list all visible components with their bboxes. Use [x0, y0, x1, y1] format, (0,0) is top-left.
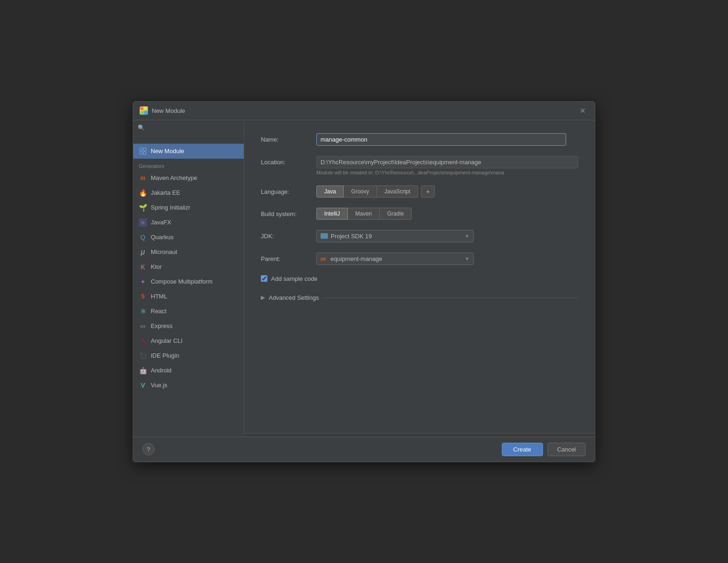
name-row: Name:	[261, 133, 578, 146]
sidebar-item-react-label: React	[151, 308, 167, 315]
sidebar-item-spring-initializr[interactable]: 🌱 Spring Initializr	[133, 200, 244, 215]
sidebar-item-javafx-label: JavaFX	[151, 219, 171, 226]
vue-icon: V	[139, 381, 147, 390]
name-input[interactable]	[316, 133, 566, 146]
sidebar-item-maven-archetype[interactable]: m Maven Archetype	[133, 171, 244, 186]
quarkus-icon: Q	[139, 233, 147, 241]
compose-icon: ✦	[139, 278, 147, 286]
maven-parent-icon: m	[321, 255, 326, 262]
app-logo-icon	[140, 106, 148, 115]
build-maven-btn[interactable]: Maven	[347, 208, 380, 220]
sidebar-item-react[interactable]: ⚛ React	[133, 304, 244, 319]
close-button[interactable]: ✕	[577, 105, 588, 116]
sidebar-item-new-module[interactable]: New Module	[133, 144, 244, 159]
add-sample-code-checkbox[interactable]	[261, 275, 267, 282]
micronaut-icon: μ	[139, 248, 147, 256]
sidebar-item-javafx[interactable]: fx JavaFX	[133, 215, 244, 230]
sidebar-item-express[interactable]: ex Express	[133, 319, 244, 334]
html-icon: 5	[139, 292, 147, 301]
sidebar-item-angular-cli[interactable]: A Angular CLI	[133, 334, 244, 348]
advanced-settings-section[interactable]: ▶ Advanced Settings	[261, 292, 578, 303]
sidebar-item-maven-archetype-label: Maven Archetype	[151, 174, 197, 181]
svg-rect-0	[141, 107, 143, 110]
advanced-settings-divider	[322, 297, 578, 298]
maven-icon: m	[139, 174, 147, 182]
build-intellij-btn[interactable]: IntelliJ	[316, 208, 348, 220]
parent-row: Parent: m equipment-manage ▼	[261, 253, 578, 265]
parent-dropdown[interactable]: m equipment-manage ▼	[316, 253, 474, 265]
title-bar-left: New Module	[140, 106, 185, 115]
horizontal-scrollbar[interactable]	[244, 433, 595, 437]
advanced-settings-label: Advanced Settings	[269, 294, 319, 301]
search-input[interactable]	[138, 131, 239, 140]
sidebar-item-jakarta-ee[interactable]: 🔥 Jakarta EE	[133, 186, 244, 200]
name-label: Name:	[261, 133, 316, 143]
cancel-button[interactable]: Cancel	[548, 443, 586, 456]
add-sample-code-label[interactable]: Add sample code	[271, 275, 317, 282]
ide-icon: ⬛	[139, 352, 147, 360]
build-gradle-btn[interactable]: Gradle	[379, 208, 412, 220]
sidebar-item-html-label: HTML	[151, 293, 167, 300]
name-control	[316, 133, 578, 146]
svg-rect-5	[143, 148, 146, 151]
build-system-row: Build system: IntelliJ Maven Gradle	[261, 208, 578, 220]
jdk-dropdown-arrow-icon: ▼	[465, 234, 469, 239]
sidebar-item-ktor[interactable]: K Ktor	[133, 260, 244, 274]
location-control: Module will be created in: D:\YhcResourc…	[316, 156, 578, 175]
build-system-control: IntelliJ Maven Gradle	[316, 208, 578, 220]
sidebar-item-ktor-label: Ktor	[151, 263, 162, 270]
sidebar-item-compose-multiplatform-label: Compose Multiplatform	[151, 278, 213, 285]
language-label: Language:	[261, 186, 316, 195]
svg-rect-1	[144, 107, 147, 110]
parent-dropdown-value: m equipment-manage	[321, 255, 383, 262]
location-input[interactable]	[316, 156, 578, 168]
sidebar-item-vue-js[interactable]: V Vue.js	[133, 378, 244, 393]
location-hint: Module will be created in: D:\YhcResourc…	[316, 170, 578, 175]
angular-icon: A	[139, 337, 147, 345]
language-control: Java Groovy JavaScript +	[316, 186, 578, 198]
title-bar: New Module ✕	[133, 102, 595, 120]
svg-rect-6	[140, 152, 142, 155]
jdk-dropdown[interactable]: Project SDK 19 ▼	[316, 230, 474, 242]
sidebar-item-angular-cli-label: Angular CLI	[151, 337, 183, 344]
main-content: 🔍 New Module Generators m	[133, 120, 595, 437]
sidebar-item-quarkus[interactable]: Q Quarkus	[133, 230, 244, 245]
language-javascript-btn[interactable]: JavaScript	[376, 186, 418, 198]
add-sample-code-row: Add sample code	[261, 275, 578, 282]
location-label: Location:	[261, 156, 316, 166]
language-btn-group: Java Groovy JavaScript	[316, 186, 418, 198]
sidebar-item-micronaut[interactable]: μ Micronaut	[133, 245, 244, 260]
sidebar-item-android[interactable]: 🤖 Android	[133, 363, 244, 378]
build-system-label: Build system:	[261, 208, 316, 217]
react-icon: ⚛	[139, 307, 147, 316]
spring-icon: 🌱	[139, 204, 147, 212]
sidebar-item-jakarta-ee-label: Jakarta EE	[151, 189, 180, 196]
sidebar-item-html[interactable]: 5 HTML	[133, 289, 244, 304]
dialog-title: New Module	[152, 107, 185, 114]
language-add-btn[interactable]: +	[421, 186, 435, 198]
right-panel: Name: Location: Module will be created i…	[244, 120, 595, 437]
sidebar-item-new-module-label: New Module	[151, 148, 184, 155]
jdk-dropdown-value: Project SDK 19	[321, 233, 372, 240]
create-button[interactable]: Create	[502, 443, 543, 456]
sidebar-item-ide-plugin[interactable]: ⬛ IDE Plugin	[133, 348, 244, 363]
new-module-dialog: New Module ✕ 🔍 New Module	[133, 101, 595, 462]
language-java-btn[interactable]: Java	[316, 186, 344, 198]
form-area: Name: Location: Module will be created i…	[244, 120, 595, 433]
sidebar-item-android-label: Android	[151, 367, 172, 374]
svg-rect-7	[143, 152, 146, 155]
svg-rect-3	[144, 111, 147, 114]
location-row: Location: Module will be created in: D:\…	[261, 156, 578, 175]
sidebar-item-compose-multiplatform[interactable]: ✦ Compose Multiplatform	[133, 274, 244, 289]
advanced-chevron-icon: ▶	[261, 294, 265, 301]
bottom-actions: Create Cancel	[502, 443, 586, 456]
jdk-control: Project SDK 19 ▼	[316, 230, 578, 242]
language-groovy-btn[interactable]: Groovy	[343, 186, 377, 198]
svg-rect-4	[140, 148, 142, 151]
generators-section-label: Generators	[133, 159, 244, 171]
sidebar-item-vue-js-label: Vue.js	[151, 382, 167, 389]
help-button[interactable]: ?	[142, 443, 154, 455]
bottom-bar: ? Create Cancel	[133, 437, 595, 462]
sidebar-item-express-label: Express	[151, 322, 173, 329]
android-icon: 🤖	[139, 366, 147, 375]
